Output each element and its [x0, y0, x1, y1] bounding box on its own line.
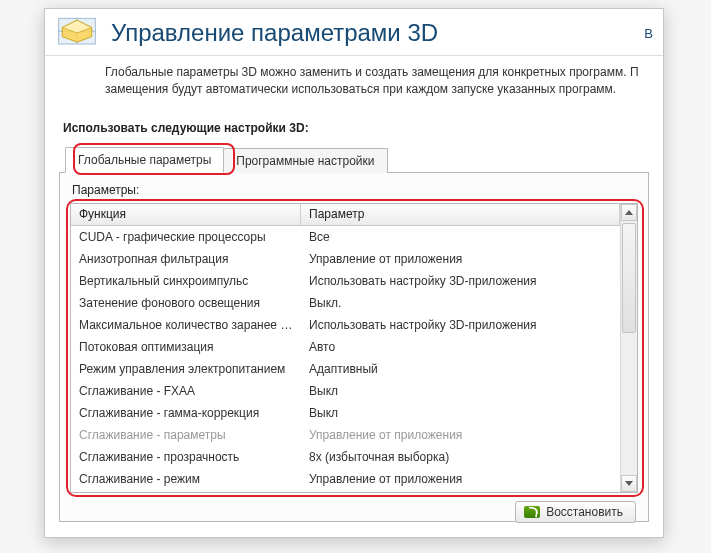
cell-function: Анизотропная фильтрация	[71, 252, 301, 266]
table-row[interactable]: Сглаживание - прозрачность8x (избыточная…	[71, 446, 620, 468]
list-body: CUDA - графические процессорыВсеАнизотро…	[71, 226, 620, 490]
settings-listbox[interactable]: Функция Параметр CUDA - графические проц…	[70, 203, 638, 493]
settings-dialog: Управление параметрами 3D В Глобальные п…	[44, 8, 664, 538]
parameters-label: Параметры:	[70, 183, 638, 203]
column-header-function[interactable]: Функция	[71, 204, 301, 225]
tab-global[interactable]: Глобальные параметры	[65, 147, 224, 173]
cell-parameter: 8x (избыточная выборка)	[301, 450, 620, 464]
nvidia-logo-icon	[524, 506, 540, 518]
intro-line-2: замещения будут автоматически использова…	[105, 82, 616, 96]
table-row[interactable]: Потоковая оптимизацияАвто	[71, 336, 620, 358]
table-row[interactable]: Вертикальный синхроимпульсИспользовать н…	[71, 270, 620, 292]
list-content: Функция Параметр CUDA - графические проц…	[71, 204, 620, 492]
scroll-up-button[interactable]	[621, 204, 637, 221]
table-row[interactable]: Максимальное количество заранее под...Ис…	[71, 314, 620, 336]
cell-parameter: Использовать настройку 3D-приложения	[301, 318, 620, 332]
cell-parameter: Управление от приложения	[301, 428, 620, 442]
chevron-down-icon	[625, 481, 633, 486]
tabs-row: Глобальные параметры Программные настрой…	[59, 143, 649, 173]
table-row[interactable]: Сглаживание - гамма-коррекцияВыкл	[71, 402, 620, 424]
table-row[interactable]: Сглаживание - режимУправление от приложе…	[71, 468, 620, 490]
cell-parameter: Выкл	[301, 406, 620, 420]
nvidia-3d-logo-icon	[55, 14, 99, 52]
cell-parameter: Управление от приложения	[301, 472, 620, 486]
cell-parameter: Выкл	[301, 384, 620, 398]
content-area: Использовать следующие настройки 3D: Гло…	[45, 107, 663, 532]
dialog-header: Управление параметрами 3D В	[45, 9, 663, 55]
cell-function: Режим управления электропитанием	[71, 362, 301, 376]
table-row[interactable]: Анизотропная фильтрацияУправление от при…	[71, 248, 620, 270]
table-row[interactable]: Затенение фонового освещенияВыкл.	[71, 292, 620, 314]
tab-program-label: Программные настройки	[236, 154, 374, 168]
cell-parameter: Адаптивный	[301, 362, 620, 376]
table-row[interactable]: CUDA - графические процессорыВсе	[71, 226, 620, 248]
list-header: Функция Параметр	[71, 204, 620, 226]
restore-button[interactable]: Восстановить	[515, 501, 636, 523]
page-title: Управление параметрами 3D	[111, 19, 438, 47]
cell-function: Сглаживание - режим	[71, 472, 301, 486]
cell-function: Сглаживание - FXAA	[71, 384, 301, 398]
table-row[interactable]: Режим управления электропитаниемАдаптивн…	[71, 358, 620, 380]
button-row: Восстановить	[70, 493, 638, 523]
cell-parameter: Выкл.	[301, 296, 620, 310]
intro-line-1: Глобальные параметры 3D можно заменить и…	[105, 65, 639, 79]
restore-button-label: Восстановить	[546, 505, 623, 519]
column-header-parameter[interactable]: Параметр	[301, 204, 620, 225]
tab-program[interactable]: Программные настройки	[223, 148, 387, 173]
cell-parameter: Авто	[301, 340, 620, 354]
intro-text: Глобальные параметры 3D можно заменить и…	[45, 56, 663, 107]
header-right-text: В	[644, 26, 653, 41]
table-row[interactable]: Сглаживание - FXAAВыкл	[71, 380, 620, 402]
tab-panel: Параметры: Функция Параметр CUDA - графи…	[59, 172, 649, 522]
cell-parameter: Использовать настройку 3D-приложения	[301, 274, 620, 288]
cell-function: Потоковая оптимизация	[71, 340, 301, 354]
section-title: Использовать следующие настройки 3D:	[59, 115, 649, 143]
settings-list-wrap: Функция Параметр CUDA - графические проц…	[70, 203, 638, 493]
table-row[interactable]: Сглаживание - параметрыУправление от при…	[71, 424, 620, 446]
scroll-thumb[interactable]	[622, 223, 636, 333]
scroll-down-button[interactable]	[621, 475, 637, 492]
cell-parameter: Все	[301, 230, 620, 244]
cell-function: CUDA - графические процессоры	[71, 230, 301, 244]
cell-function: Сглаживание - прозрачность	[71, 450, 301, 464]
vertical-scrollbar[interactable]	[620, 204, 637, 492]
cell-function: Максимальное количество заранее под...	[71, 318, 301, 332]
cell-parameter: Управление от приложения	[301, 252, 620, 266]
cell-function: Сглаживание - гамма-коррекция	[71, 406, 301, 420]
chevron-up-icon	[625, 210, 633, 215]
cell-function: Затенение фонового освещения	[71, 296, 301, 310]
cell-function: Сглаживание - параметры	[71, 428, 301, 442]
cell-function: Вертикальный синхроимпульс	[71, 274, 301, 288]
scroll-track[interactable]	[621, 221, 637, 475]
tab-global-label: Глобальные параметры	[78, 153, 211, 167]
